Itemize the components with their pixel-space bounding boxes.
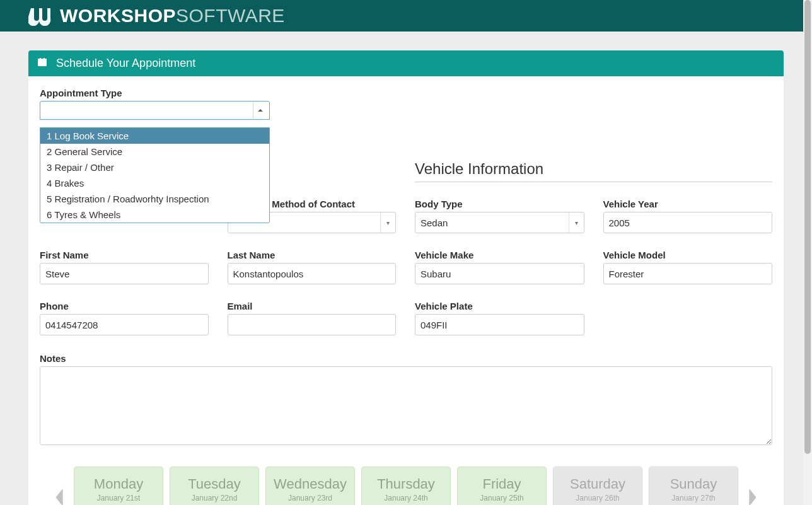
section-vehicle-info: Vehicle Information [415,160,772,182]
day-card-friday[interactable]: FridayJanuary 25thBOOK NOW [457,467,547,505]
email-field[interactable] [228,314,397,335]
label-vehicle-year: Vehicle Year [603,199,773,209]
day-date: January 25th [480,494,523,502]
day-name: Saturday [570,476,625,492]
app-header: WORKSHOPSOFTWARE [0,0,807,32]
vehicle-plate-field[interactable] [415,314,584,335]
label-notes: Notes [40,353,772,364]
appointment-type-select[interactable] [40,101,270,120]
label-vehicle-plate: Vehicle Plate [415,301,584,311]
dropdown-option[interactable]: 6 Tyres & Wheels [40,207,269,223]
day-card-tuesday[interactable]: TuesdayJanuary 22ndBOOK NOW [170,467,259,505]
panel-header: Schedule Your Appointment [28,50,784,76]
label-body-type: Body Type [415,199,584,209]
first-name-field[interactable] [40,263,209,284]
brand-text: WORKSHOPSOFTWARE [60,5,285,26]
date-picker-row: MondayJanuary 21stBOOK NOWTuesdayJanuary… [40,467,772,505]
chevron-down-icon: ▾ [569,212,584,233]
day-card-saturday: SaturdayJanuary 26thUNAVAILABLE [553,467,642,505]
day-date: January 23rd [288,494,332,502]
notes-field[interactable] [40,366,772,445]
brand-logo: WORKSHOPSOFTWARE [28,5,285,26]
body-type-select[interactable]: Sedan ▾ [415,212,584,233]
label-email: Email [228,301,397,311]
body-type-value: Sedan [420,218,448,228]
dropdown-option[interactable]: 4 Brakes [40,175,269,191]
day-card-monday[interactable]: MondayJanuary 21stBOOK NOW [74,467,163,505]
day-date: January 24th [384,494,427,502]
dropdown-option[interactable]: 3 Repair / Other [40,160,269,175]
day-name: Thursday [377,476,435,492]
day-date: January 27th [671,494,715,502]
prev-week-button[interactable] [51,467,67,505]
vehicle-model-field[interactable] [603,263,773,284]
vehicle-make-field[interactable] [415,263,584,284]
vehicle-year-field[interactable] [603,212,773,233]
chevron-down-icon: ▾ [380,212,395,233]
scrollbar-thumb[interactable] [804,0,811,454]
appointment-type-dropdown: 1 Log Book Service 2 General Service 3 R… [40,127,270,223]
label-first-name: First Name [40,250,209,260]
panel-title: Schedule Your Appointment [56,57,195,70]
day-card-wednesday[interactable]: WednesdayJanuary 23rdBOOK NOW [265,467,355,505]
label-vehicle-make: Vehicle Make [415,250,584,260]
dropdown-option[interactable]: 2 General Service [40,144,269,160]
appointment-panel: Schedule Your Appointment Appointment Ty… [28,50,784,505]
last-name-field[interactable] [228,263,397,284]
day-card-thursday[interactable]: ThursdayJanuary 24thBOOK NOW [361,467,451,505]
dropdown-option[interactable]: 1 Log Book Service [40,128,269,144]
day-name: Sunday [670,476,717,492]
calendar-icon [37,57,47,70]
day-name: Wednesday [274,476,347,492]
day-date: January 22nd [192,494,238,502]
dropdown-option[interactable]: 5 Registration / Roadworhty Inspection [40,191,269,207]
brand-icon [28,6,56,26]
day-date: January 21st [97,494,141,502]
label-last-name: Last Name [228,250,397,260]
day-date: January 26th [576,494,619,502]
next-week-button[interactable] [745,467,761,505]
chevron-up-icon [253,102,267,119]
label-phone: Phone [40,301,209,311]
vertical-scrollbar[interactable] [803,0,812,505]
label-vehicle-model: Vehicle Model [603,250,773,260]
day-name: Monday [94,476,143,492]
phone-field[interactable] [40,314,209,335]
day-name: Tuesday [188,476,241,492]
day-card-sunday: SundayJanuary 27thUNAVAILABLE [649,467,738,505]
label-appointment-type: Appointment Type [40,88,772,98]
day-name: Friday [482,476,521,492]
